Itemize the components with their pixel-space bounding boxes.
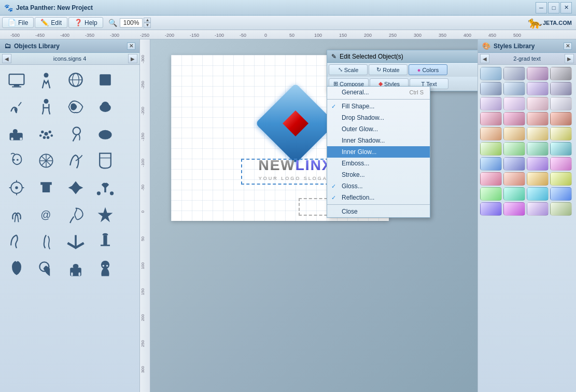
style-swatch[interactable] [480, 157, 502, 171]
list-item[interactable] [91, 94, 119, 120]
style-swatch[interactable] [503, 142, 525, 156]
zoom-down-button[interactable]: ▼ [144, 23, 151, 28]
style-swatch[interactable] [550, 142, 572, 156]
rotate-button[interactable]: ↻ Rotate [369, 64, 408, 75]
style-swatch[interactable] [527, 142, 549, 156]
list-item[interactable] [32, 67, 60, 93]
menu-item-close[interactable]: Close [327, 206, 430, 217]
style-swatch[interactable] [527, 172, 549, 186]
style-swatch[interactable] [550, 127, 572, 141]
next-collection-button[interactable]: ▶ [128, 54, 137, 63]
style-swatch[interactable] [527, 112, 549, 125]
style-swatch[interactable] [503, 97, 525, 110]
style-swatch[interactable] [527, 202, 549, 216]
list-item[interactable] [61, 202, 90, 228]
style-swatch[interactable] [550, 67, 572, 80]
list-item[interactable] [61, 256, 90, 282]
style-swatch[interactable] [527, 82, 549, 95]
list-item[interactable] [2, 67, 31, 93]
style-swatch[interactable] [503, 187, 525, 201]
styles-library-close-button[interactable]: ✕ [564, 43, 572, 50]
list-item[interactable] [2, 256, 31, 282]
style-swatch[interactable] [550, 187, 572, 201]
edit-menu[interactable]: ✏️ Edit [35, 17, 67, 28]
list-item[interactable] [2, 175, 31, 201]
list-item[interactable] [32, 256, 60, 282]
canvas-area[interactable]: -300 -250 -200 -150 -100 -50 0 50 100 15… [140, 39, 477, 392]
list-item[interactable] [32, 94, 60, 120]
list-item[interactable] [91, 67, 119, 93]
style-swatch[interactable] [480, 187, 502, 201]
list-item[interactable] [61, 229, 90, 255]
style-swatch[interactable] [480, 202, 502, 216]
style-swatch[interactable] [550, 97, 572, 110]
style-swatch[interactable] [503, 82, 525, 95]
style-swatch[interactable] [550, 202, 572, 216]
list-item[interactable]: @ [32, 202, 60, 228]
style-swatch[interactable] [480, 112, 502, 125]
maximize-button[interactable]: □ [548, 2, 559, 13]
list-item[interactable] [2, 202, 31, 228]
menu-item-gloss[interactable]: ✓ Gloss... [327, 180, 430, 192]
list-item[interactable] [2, 229, 31, 255]
list-item[interactable] [32, 229, 60, 255]
help-menu[interactable]: ❓ Help [68, 17, 103, 28]
style-swatch[interactable] [480, 142, 502, 156]
prev-collection-button[interactable]: ◀ [2, 54, 11, 63]
style-swatch[interactable] [503, 112, 525, 125]
style-swatch[interactable] [480, 67, 502, 80]
menu-item-reflection[interactable]: ✓ Reflection... [327, 192, 430, 203]
list-item[interactable] [91, 256, 119, 282]
objects-library-close-button[interactable]: ✕ [127, 43, 135, 50]
list-item[interactable] [91, 121, 119, 147]
list-item[interactable] [2, 121, 31, 147]
style-swatch[interactable] [503, 172, 525, 186]
list-item[interactable] [61, 67, 90, 93]
style-swatch[interactable] [503, 127, 525, 141]
next-style-button[interactable]: ▶ [565, 54, 574, 63]
list-item[interactable] [32, 121, 60, 147]
style-swatch[interactable] [480, 97, 502, 110]
menu-item-emboss[interactable]: Emboss... [327, 158, 430, 169]
style-swatch[interactable] [527, 187, 549, 201]
list-item[interactable] [2, 94, 31, 120]
menu-item-inner-glow[interactable]: Inner Glow... [327, 146, 430, 158]
menu-item-general[interactable]: General... Ctrl S [327, 87, 430, 98]
file-menu[interactable]: 📄 File [2, 17, 34, 28]
colors-button[interactable]: ● Colors [409, 64, 447, 75]
style-swatch[interactable] [503, 202, 525, 216]
style-swatch[interactable] [550, 82, 572, 95]
style-swatch[interactable] [527, 97, 549, 110]
list-item[interactable] [61, 175, 90, 201]
style-swatch[interactable] [550, 157, 572, 171]
menu-item-fill-shape[interactable]: ✓ Fill Shape... [327, 101, 430, 112]
style-swatch[interactable] [527, 157, 549, 171]
style-swatch[interactable] [503, 67, 525, 80]
list-item[interactable] [91, 148, 119, 174]
zoom-up-button[interactable]: ▲ [144, 18, 151, 23]
style-swatch[interactable] [550, 112, 572, 125]
minimize-button[interactable]: ─ [536, 2, 547, 13]
scale-button[interactable]: ⤡ Scale [329, 64, 368, 75]
list-item[interactable] [61, 148, 90, 174]
list-item[interactable] [91, 202, 119, 228]
list-item[interactable] [32, 175, 60, 201]
style-swatch[interactable] [480, 127, 502, 141]
style-swatch[interactable] [503, 157, 525, 171]
list-item[interactable] [61, 121, 90, 147]
list-item[interactable] [32, 148, 60, 174]
menu-item-outer-glow[interactable]: Outer Glow... [327, 123, 430, 135]
style-swatch[interactable] [527, 67, 549, 80]
style-swatch[interactable] [480, 82, 502, 95]
list-item[interactable] [91, 229, 119, 255]
menu-item-drop-shadow[interactable]: Drop Shadow... [327, 112, 430, 123]
style-swatch[interactable] [480, 172, 502, 186]
style-swatch[interactable] [550, 172, 572, 186]
prev-style-button[interactable]: ◀ [480, 54, 489, 63]
list-item[interactable] [61, 94, 90, 120]
style-swatch[interactable] [527, 127, 549, 141]
menu-item-inner-shadow[interactable]: Inner Shadow... [327, 135, 430, 146]
close-button[interactable]: ✕ [560, 2, 572, 13]
list-item[interactable] [2, 148, 31, 174]
list-item[interactable] [91, 175, 119, 201]
